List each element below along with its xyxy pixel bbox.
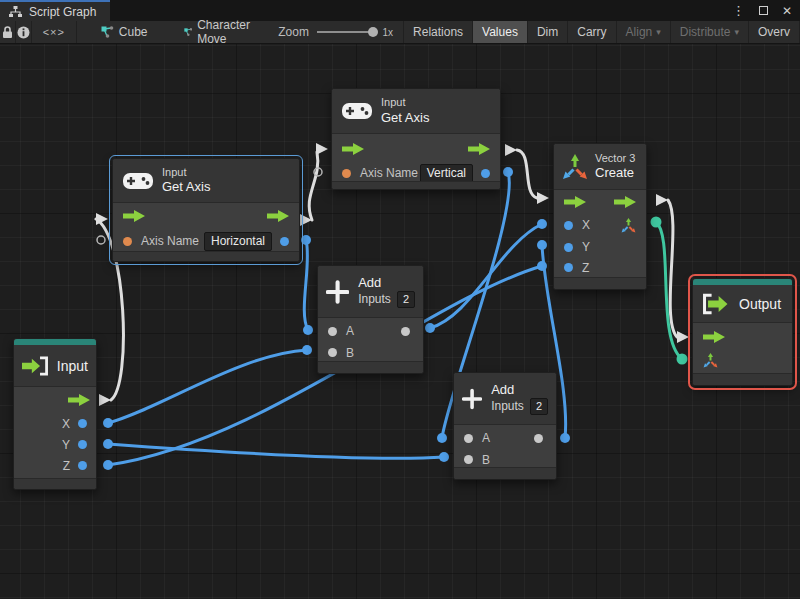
gamepad-icon xyxy=(342,101,372,121)
x-in-port[interactable] xyxy=(564,221,573,230)
axis-name-label: Axis Name xyxy=(360,166,418,180)
align-dropdown[interactable]: Align ▾ xyxy=(617,21,671,43)
breadcrumb-character-move[interactable]: Character Move xyxy=(174,21,265,43)
z-out-port[interactable] xyxy=(78,461,87,470)
y-in-port[interactable] xyxy=(564,243,573,252)
node-title: Get Axis xyxy=(381,110,429,126)
vector3-out-port[interactable] xyxy=(621,218,636,233)
input-b-label: B xyxy=(482,453,490,467)
distribute-dropdown[interactable]: Distribute ▾ xyxy=(671,21,749,43)
flow-out-port[interactable] xyxy=(614,196,636,208)
result-out-port[interactable] xyxy=(481,169,490,178)
zoom-slider[interactable] xyxy=(317,21,377,43)
input-a-port[interactable] xyxy=(328,327,337,336)
node-get-axis-vertical[interactable]: Input Get Axis Axis Name Vertical xyxy=(331,88,501,190)
node-footer xyxy=(554,277,646,289)
vector3-in-port[interactable] xyxy=(703,353,718,368)
inputs-count-field[interactable]: 2 xyxy=(530,398,548,415)
node-category: Input xyxy=(162,166,210,180)
flow-arrowhead xyxy=(99,394,111,406)
flow-arrowhead xyxy=(677,331,689,343)
result-out-port[interactable] xyxy=(280,237,289,246)
y-label: Y xyxy=(582,240,590,254)
node-input-event[interactable]: Input X Y Z xyxy=(13,338,97,490)
flow-arrowhead xyxy=(316,143,328,155)
code-preview-button[interactable]: <×> xyxy=(32,21,77,43)
flow-in-port[interactable] xyxy=(703,331,725,343)
wire-value-get-axis-horizontal-to-add1-a[interactable] xyxy=(304,240,308,330)
zoom-slider-fill xyxy=(317,31,369,33)
node-add-2[interactable]: Add Inputs 2 A B xyxy=(453,372,557,480)
flow-in-port[interactable] xyxy=(342,143,364,155)
wire-flow-get-axis-vertical-to-vector3-create[interactable] xyxy=(517,150,537,198)
node-title: Create xyxy=(595,165,635,181)
node-get-axis-horizontal[interactable]: Input Get Axis Axis Name Horizontal xyxy=(112,158,300,262)
y-out-port[interactable] xyxy=(78,440,87,449)
wire-value-input-y-to-add2-b[interactable] xyxy=(108,444,444,458)
dim-button[interactable]: Dim xyxy=(528,21,568,43)
chevron-down-icon: ▾ xyxy=(734,27,739,37)
node-title: Add xyxy=(491,382,548,398)
graph-asset-icon xyxy=(101,26,114,38)
axis-name-in-port[interactable] xyxy=(342,169,351,178)
inputs-count-field[interactable]: 2 xyxy=(397,291,415,308)
node-title: Output xyxy=(739,296,781,312)
add-icon xyxy=(326,279,349,305)
values-button[interactable]: Values xyxy=(473,21,528,43)
sum-out-port[interactable] xyxy=(534,434,543,443)
z-label: Z xyxy=(63,459,70,473)
window-controls: ⋮ ✕ xyxy=(732,0,800,21)
node-footer xyxy=(693,373,792,385)
maximize-icon[interactable] xyxy=(759,6,768,15)
flow-in-port[interactable] xyxy=(564,196,586,208)
node-add-1[interactable]: Add Inputs 2 A B xyxy=(317,265,424,374)
tab-script-graph[interactable]: Script Graph xyxy=(0,0,110,21)
zoom-slider-handle[interactable] xyxy=(368,27,378,37)
close-icon[interactable]: ✕ xyxy=(782,4,792,18)
info-button[interactable] xyxy=(16,21,32,43)
sum-out-port[interactable] xyxy=(401,327,410,336)
input-a-label: A xyxy=(346,324,354,338)
wire-flow-vector3-create-to-output[interactable] xyxy=(668,200,677,337)
graph-canvas[interactable]: Input Get Axis Axis Name Vertical xyxy=(0,44,800,599)
wire-value-input-x-to-add1-b[interactable] xyxy=(108,350,307,423)
info-icon xyxy=(17,26,30,39)
align-label: Align xyxy=(626,25,653,39)
wire-flow-get-axis-horizontal-to-get-axis-vertical[interactable] xyxy=(309,152,318,220)
flow-in-port[interactable] xyxy=(123,210,145,222)
overview-button[interactable]: Overv xyxy=(749,21,800,43)
node-vector3-create[interactable]: Vector 3 Create X Y xyxy=(553,143,647,290)
node-title: Input xyxy=(57,358,88,374)
relations-button[interactable]: Relations xyxy=(404,21,473,43)
axis-name-in-port[interactable] xyxy=(123,237,132,246)
node-output-event[interactable]: Output xyxy=(692,278,793,386)
lock-button[interactable] xyxy=(0,21,16,43)
input-b-port[interactable] xyxy=(464,455,473,464)
flow-out-port[interactable] xyxy=(468,143,490,155)
input-b-port[interactable] xyxy=(328,348,337,357)
z-label: Z xyxy=(582,261,589,275)
axis-name-value-field[interactable]: Vertical xyxy=(420,164,473,183)
x-out-port[interactable] xyxy=(78,419,87,428)
axis-name-value-field[interactable]: Horizontal xyxy=(204,232,272,251)
script-graph-icon xyxy=(8,6,23,18)
flow-out-port[interactable] xyxy=(267,210,289,222)
values-label: Values xyxy=(482,25,518,39)
breadcrumb-cube[interactable]: Cube xyxy=(91,21,158,43)
input-event-icon xyxy=(22,355,50,377)
code-preview-icon: <×> xyxy=(43,26,65,38)
tab-bar: Script Graph ⋮ ✕ xyxy=(0,0,800,21)
breadcrumb-cube-label: Cube xyxy=(119,25,148,39)
carry-button[interactable]: Carry xyxy=(568,21,616,43)
menu-kebab-icon[interactable]: ⋮ xyxy=(732,3,745,18)
inputs-label: Inputs xyxy=(491,399,524,414)
node-footer xyxy=(332,181,500,189)
inputs-label: Inputs xyxy=(358,292,391,307)
graph-toolbar: <×> Cube Character Move Zoom xyxy=(0,21,800,44)
wire-value-add1-to-vector3-x[interactable] xyxy=(430,224,542,328)
toolbar-toggle-group: Relations Values Dim Carry Align ▾ Distr… xyxy=(403,21,800,43)
z-in-port[interactable] xyxy=(564,263,573,272)
flow-out-port[interactable] xyxy=(68,394,90,406)
input-a-port[interactable] xyxy=(464,434,473,443)
zoom-value: 1x xyxy=(382,21,393,43)
